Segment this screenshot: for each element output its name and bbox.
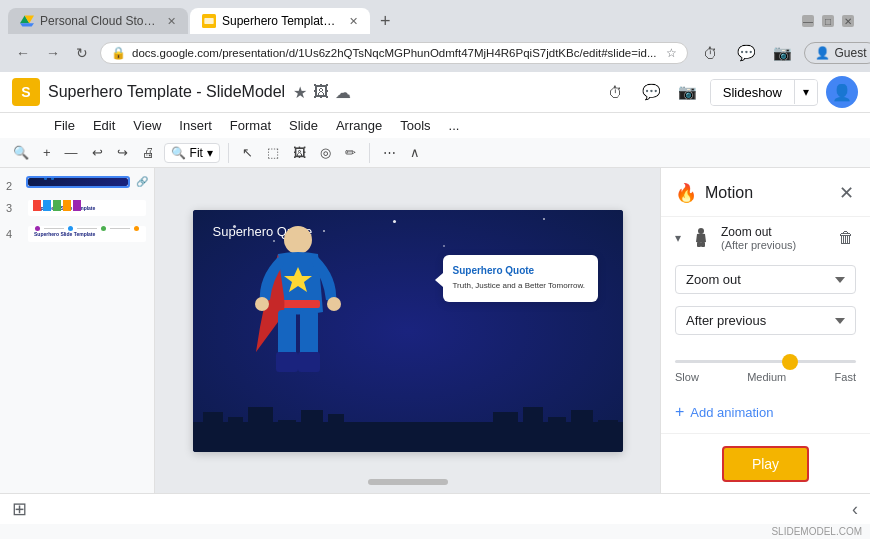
- cloud-icon[interactable]: ☁: [335, 83, 351, 102]
- zoom-icon: 🔍: [171, 146, 186, 160]
- lock-icon: 🔒: [111, 46, 126, 60]
- comments-button[interactable]: 💬: [638, 78, 666, 106]
- motion-flame-icon: 🔥: [675, 182, 697, 204]
- slide-thumb-2[interactable]: 2 ✦ ✦ ✦ Superhero Quote: [6, 176, 148, 192]
- more-tools[interactable]: ⋯: [378, 142, 401, 163]
- slide-img-2: ✦ ✦ ✦ Superhero Quote: [28, 178, 128, 186]
- svg-rect-5: [51, 178, 54, 180]
- zoom-label: Fit: [190, 146, 203, 160]
- motion-panel-title: Motion: [705, 184, 753, 202]
- slide-nav-prev[interactable]: ‹: [852, 499, 858, 520]
- menu-insert[interactable]: Insert: [171, 115, 220, 136]
- slide-thumb-3[interactable]: 3 Superhero Slide Template: [6, 198, 148, 218]
- menu-more[interactable]: ...: [441, 115, 468, 136]
- animation-item: ▾ Zoom out (After previous) 🗑: [661, 217, 870, 259]
- guest-button[interactable]: 👤 Guest: [804, 42, 870, 64]
- watermark: SLIDEMODEL.COM: [0, 524, 870, 539]
- tab-1-close[interactable]: ✕: [167, 15, 176, 28]
- maximize-button[interactable]: □: [822, 15, 834, 27]
- select-tool[interactable]: ↖: [237, 142, 258, 163]
- speed-slider-container: [675, 349, 856, 367]
- doc-title: Superhero Template - SlideModel: [48, 83, 285, 101]
- toolbar-right: ⏱ 💬 📷 Slideshow ▾ 👤: [602, 76, 858, 108]
- line-tool[interactable]: ✏: [340, 142, 361, 163]
- animation-figure-icon: [689, 226, 713, 250]
- tab-2-title: Superhero Template - SlideModel...: [222, 14, 339, 28]
- collaborate-button[interactable]: 👤: [826, 76, 858, 108]
- reload-button[interactable]: ↻: [72, 43, 92, 63]
- undo-tool[interactable]: ↩: [87, 142, 108, 163]
- zoom-minus-tool[interactable]: —: [60, 142, 83, 163]
- svg-rect-13: [348, 422, 368, 452]
- meet-button[interactable]: 📷: [674, 78, 702, 106]
- menu-file[interactable]: File: [46, 115, 83, 136]
- add-animation-button[interactable]: + Add animation: [675, 399, 773, 425]
- minimize-button[interactable]: —: [802, 15, 814, 27]
- effect-dropdown[interactable]: Zoom out Zoom in Fade Fly in Bounce: [675, 265, 856, 294]
- tab-2-close[interactable]: ✕: [349, 15, 358, 28]
- undo-history-button[interactable]: ⏱: [602, 78, 630, 106]
- slide-preview-3[interactable]: Superhero Slide Template: [26, 198, 148, 218]
- animation-expand-icon[interactable]: ▾: [675, 231, 681, 245]
- animation-delete-button[interactable]: 🗑: [836, 227, 856, 249]
- trigger-dropdown[interactable]: After previous On click With previous: [675, 306, 856, 335]
- medium-label: Medium: [747, 371, 786, 383]
- address-bar: ← → ↻ 🔒 docs.google.com/presentation/d/1…: [0, 34, 870, 72]
- slideshow-dropdown-button[interactable]: ▾: [794, 80, 817, 104]
- zoom-add-tool[interactable]: +: [38, 142, 56, 163]
- menu-view[interactable]: View: [125, 115, 169, 136]
- print-tool[interactable]: 🖨: [137, 142, 160, 163]
- canvas-area[interactable]: Superhero Quote: [155, 168, 660, 493]
- speed-slider[interactable]: [675, 360, 856, 363]
- new-tab-button[interactable]: +: [372, 11, 399, 32]
- zoom-out-tool[interactable]: 🔍: [8, 142, 34, 163]
- zoom-fit-box[interactable]: 🔍 Fit ▾: [164, 143, 220, 163]
- image-tool[interactable]: 🖼: [288, 142, 311, 163]
- menu-arrange[interactable]: Arrange: [328, 115, 390, 136]
- guest-label: Guest: [834, 46, 866, 60]
- window-controls: — □ ✕: [802, 15, 862, 27]
- text-box-tool[interactable]: ⬚: [262, 142, 284, 163]
- cast-button[interactable]: 💬: [732, 39, 760, 67]
- motion-title-row: 🔥 Motion: [675, 182, 753, 204]
- browser-tab-1[interactable]: Personal Cloud Storage & File St... ✕: [8, 8, 188, 34]
- browser-tab-2[interactable]: Superhero Template - SlideModel... ✕: [190, 8, 370, 34]
- camera-button[interactable]: 📷: [768, 39, 796, 67]
- back-button[interactable]: ←: [12, 43, 34, 63]
- slide-link-icon-2: 🔗: [136, 176, 148, 187]
- menu-format[interactable]: Format: [222, 115, 279, 136]
- slide-preview-2[interactable]: ✦ ✦ ✦ Superhero Quote: [26, 176, 130, 188]
- slide-thumb-4[interactable]: 4 Superhero Slide Template: [6, 224, 148, 244]
- toolbar-separator-1: [228, 143, 229, 163]
- slide-preview-4[interactable]: Superhero Slide Template: [26, 224, 148, 244]
- slideshow-main-button[interactable]: Slideshow: [711, 80, 794, 105]
- svg-point-25: [255, 297, 269, 311]
- move-icon[interactable]: 🖼: [313, 83, 329, 101]
- quote-title: Superhero Quote: [453, 265, 588, 276]
- close-button[interactable]: ✕: [842, 15, 854, 27]
- slides-favicon: [202, 14, 216, 28]
- menu-edit[interactable]: Edit: [85, 115, 123, 136]
- forward-button[interactable]: →: [42, 43, 64, 63]
- animation-trigger: (After previous): [721, 239, 828, 251]
- motion-panel-close-button[interactable]: ✕: [837, 180, 856, 206]
- url-box[interactable]: 🔒 docs.google.com/presentation/d/1Us6z2h…: [100, 42, 688, 64]
- svg-rect-24: [298, 352, 320, 372]
- history-button[interactable]: ⏱: [696, 39, 724, 67]
- svg-rect-4: [44, 178, 47, 180]
- play-button[interactable]: Play: [722, 446, 809, 482]
- collapse-toolbar[interactable]: ∧: [405, 142, 425, 163]
- shapes-tool[interactable]: ◎: [315, 142, 336, 163]
- grid-view-button[interactable]: ⊞: [12, 498, 27, 520]
- speed-labels: Slow Medium Fast: [675, 371, 856, 383]
- redo-tool[interactable]: ↪: [112, 142, 133, 163]
- bookmark-icon[interactable]: ☆: [666, 46, 677, 60]
- star-icon[interactable]: ★: [293, 83, 307, 102]
- account-icon: 👤: [815, 46, 830, 60]
- menu-tools[interactable]: Tools: [392, 115, 438, 136]
- svg-rect-10: [278, 420, 296, 452]
- slide-img-3: Superhero Slide Template: [28, 200, 146, 216]
- svg-rect-14: [493, 412, 518, 452]
- menu-slide[interactable]: Slide: [281, 115, 326, 136]
- horizontal-scrollbar[interactable]: [368, 479, 448, 485]
